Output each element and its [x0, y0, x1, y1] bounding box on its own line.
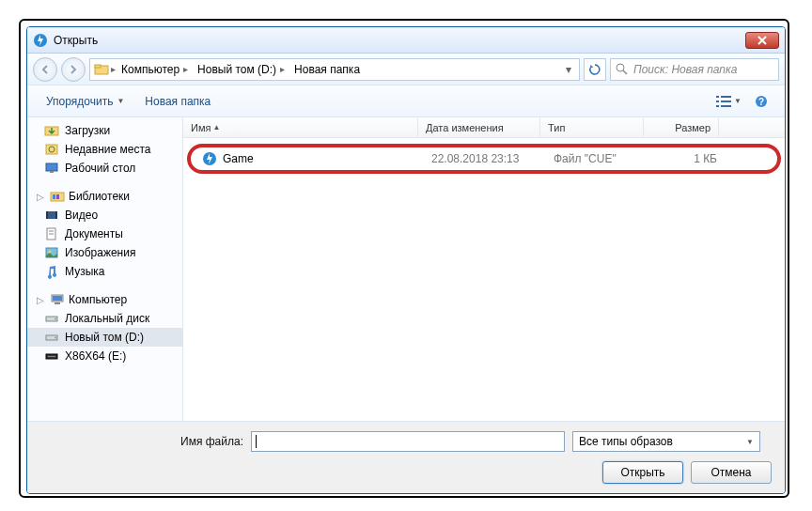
chevron-down-icon: ▼: [734, 97, 742, 105]
svg-rect-10: [721, 105, 731, 107]
svg-text:?: ?: [758, 97, 764, 107]
dialog-footer: Имя файла: Все типы образов▼ Открыть Отм…: [27, 422, 785, 493]
cancel-button[interactable]: Отмена: [691, 461, 772, 484]
sidebar-item-video[interactable]: Видео: [27, 206, 182, 225]
svg-rect-22: [46, 211, 48, 219]
sidebar-item-localdisk[interactable]: Локальный диск: [27, 309, 182, 328]
forward-button[interactable]: [61, 57, 86, 82]
column-header-name[interactable]: Имя▲: [183, 117, 418, 137]
file-date-cell: 22.08.2018 23:13: [424, 152, 546, 165]
help-button[interactable]: ?: [751, 93, 772, 110]
column-label: Тип: [548, 122, 565, 133]
sidebar-label: Рабочий стол: [65, 162, 135, 175]
sidebar-item-newvol[interactable]: Новый том (D:): [27, 328, 182, 347]
svg-rect-2: [95, 65, 101, 68]
new-folder-button[interactable]: Новая папка: [139, 91, 216, 112]
svg-rect-31: [55, 302, 60, 304]
organize-button[interactable]: Упорядочить▼: [40, 91, 130, 112]
chevron-right-icon: ▸: [280, 64, 285, 74]
column-label: Размер: [675, 122, 710, 133]
sidebar-item-downloads[interactable]: Загрузки: [27, 121, 182, 140]
view-icon: [715, 95, 732, 108]
search-placeholder: Поиск: Новая папка: [633, 63, 737, 76]
breadcrumb-dropdown[interactable]: ▾: [562, 63, 575, 76]
sidebar-label: Документы: [65, 227, 123, 240]
documents-icon: [44, 226, 59, 241]
sidebar-label: Компьютер: [69, 293, 127, 306]
sidebar-label: Библиотеки: [69, 190, 130, 203]
chevron-down-icon: ▼: [117, 97, 124, 105]
toolbar-right: ▼ ?: [711, 93, 772, 110]
svg-line-4: [623, 70, 627, 74]
chevron-right-icon: ▸: [111, 64, 116, 74]
cue-file-icon: [202, 151, 217, 166]
organize-label: Упорядочить: [46, 95, 113, 108]
sidebar-label: Новый том (D:): [65, 331, 144, 344]
button-label: Открыть: [620, 466, 664, 479]
filetype-filter[interactable]: Все типы образов▼: [572, 431, 760, 452]
caret-icon: ▷: [37, 192, 44, 202]
close-button[interactable]: [745, 32, 779, 49]
chevron-right-icon: ▸: [183, 64, 188, 74]
computer-icon: [50, 292, 65, 307]
svg-rect-9: [716, 105, 719, 107]
svg-rect-19: [53, 194, 55, 199]
breadcrumb-drive[interactable]: Новый том (D:)▸: [194, 63, 289, 76]
svg-rect-30: [53, 296, 62, 301]
back-icon: [39, 64, 51, 75]
drive-icon: [44, 311, 59, 326]
sidebar-item-music[interactable]: Музыка: [27, 262, 182, 281]
column-header-type[interactable]: Тип: [540, 117, 644, 137]
drive-icon: [44, 330, 59, 345]
folder-icon: [94, 62, 109, 77]
file-name: Game: [223, 152, 254, 165]
svg-rect-8: [721, 101, 731, 102]
view-mode-button[interactable]: ▼: [711, 93, 745, 110]
sidebar-item-documents[interactable]: Документы: [27, 225, 182, 243]
svg-rect-20: [56, 194, 59, 199]
breadcrumb-bar[interactable]: ▸ Компьютер▸ Новый том (D:)▸ Новая папка…: [89, 58, 580, 81]
sidebar-label: Видео: [65, 209, 98, 222]
breadcrumb-folder[interactable]: Новая папка: [290, 63, 364, 76]
filter-label: Все типы образов: [579, 435, 673, 448]
sidebar-item-recent[interactable]: Недавние места: [27, 140, 182, 159]
file-row[interactable]: Game 22.08.2018 23:13 Файл "CUE" 1 КБ: [195, 149, 773, 168]
file-type-cell: Файл "CUE": [546, 152, 649, 165]
breadcrumb-label: Новый том (D:): [197, 63, 276, 76]
file-size-cell: 1 КБ: [649, 152, 725, 165]
svg-rect-17: [50, 171, 54, 173]
sidebar-label: Музыка: [65, 265, 104, 278]
refresh-button[interactable]: [584, 58, 606, 81]
help-icon: ?: [755, 95, 768, 108]
back-button[interactable]: [33, 57, 57, 82]
svg-rect-5: [716, 96, 719, 98]
sidebar-label: Локальный диск: [65, 312, 149, 325]
column-header-size[interactable]: Размер: [644, 117, 719, 137]
column-header-row: Имя▲ Дата изменения Тип Размер: [183, 117, 785, 138]
sidebar-group-libraries[interactable]: ▷Библиотеки: [27, 187, 182, 206]
open-button[interactable]: Открыть: [602, 461, 683, 484]
svg-rect-37: [48, 356, 55, 357]
file-name-cell: Game: [195, 151, 424, 166]
desktop-icon: [44, 161, 59, 176]
svg-point-35: [55, 337, 56, 339]
app-icon: [33, 33, 48, 48]
optical-drive-icon: [44, 348, 59, 364]
sidebar-group-computer[interactable]: ▷Компьютер: [27, 290, 182, 309]
sidebar-item-pictures[interactable]: Изображения: [27, 243, 182, 262]
sidebar-label: Загрузки: [65, 124, 110, 137]
sidebar-item-x86x64[interactable]: X86X64 (E:): [27, 347, 182, 365]
close-icon: [757, 36, 767, 45]
svg-rect-7: [716, 101, 719, 102]
breadcrumb-label: Компьютер: [121, 63, 180, 76]
downloads-icon: [44, 123, 59, 138]
search-input[interactable]: Поиск: Новая папка: [610, 58, 779, 81]
column-header-date[interactable]: Дата изменения: [418, 117, 540, 137]
new-folder-label: Новая папка: [145, 95, 211, 108]
filename-input[interactable]: [251, 431, 565, 452]
breadcrumb-computer[interactable]: Компьютер▸: [117, 63, 192, 76]
sidebar-item-desktop[interactable]: Рабочий стол: [27, 159, 182, 178]
filename-row: Имя файла: Все типы образов▼: [40, 431, 772, 452]
button-label: Отмена: [710, 466, 751, 479]
breadcrumb-label: Новая папка: [294, 63, 360, 76]
